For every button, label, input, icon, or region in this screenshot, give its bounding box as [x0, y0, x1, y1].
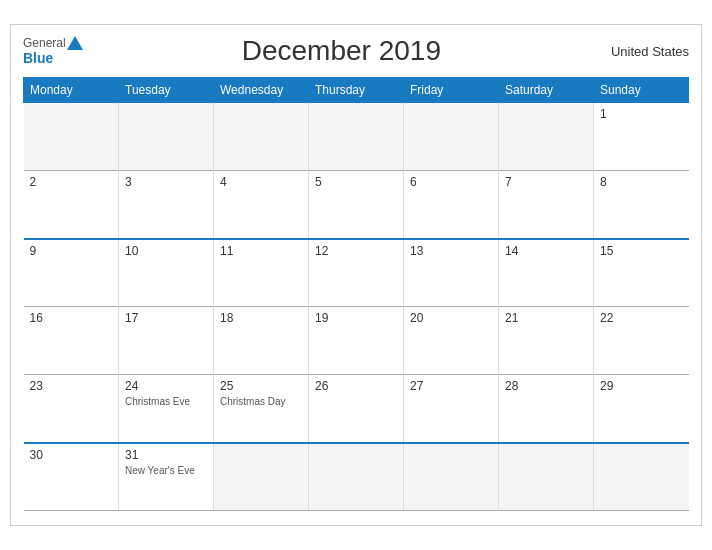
- table-row: 31New Year's Eve: [119, 443, 214, 511]
- day-number: 30: [30, 448, 113, 462]
- table-row: 15: [594, 239, 689, 307]
- table-row: 16: [24, 307, 119, 375]
- table-row: 27: [404, 375, 499, 443]
- day-number: 9: [30, 244, 113, 258]
- day-number: 21: [505, 311, 587, 325]
- calendar-table: Monday Tuesday Wednesday Thursday Friday…: [23, 77, 689, 511]
- day-number: 1: [600, 107, 683, 121]
- table-row: 26: [309, 375, 404, 443]
- table-row: 29: [594, 375, 689, 443]
- day-number: 23: [30, 379, 113, 393]
- day-number: 2: [30, 175, 113, 189]
- day-number: 17: [125, 311, 207, 325]
- table-row: 12: [309, 239, 404, 307]
- day-number: 4: [220, 175, 302, 189]
- table-row: [214, 103, 309, 171]
- day-event: Christmas Eve: [125, 395, 207, 408]
- table-row: 9: [24, 239, 119, 307]
- day-number: 22: [600, 311, 683, 325]
- day-number: 31: [125, 448, 207, 462]
- table-row: 5: [309, 171, 404, 239]
- day-number: 20: [410, 311, 492, 325]
- table-row: [404, 443, 499, 511]
- day-number: 26: [315, 379, 397, 393]
- table-row: [499, 443, 594, 511]
- table-row: 11: [214, 239, 309, 307]
- calendar-header: General Blue December 2019 United States: [23, 35, 689, 67]
- col-sunday: Sunday: [594, 78, 689, 103]
- table-row: [214, 443, 309, 511]
- calendar-week-row: 1: [24, 103, 689, 171]
- col-saturday: Saturday: [499, 78, 594, 103]
- col-friday: Friday: [404, 78, 499, 103]
- table-row: [594, 443, 689, 511]
- day-number: 8: [600, 175, 683, 189]
- table-row: [309, 103, 404, 171]
- day-number: 16: [30, 311, 113, 325]
- day-number: 6: [410, 175, 492, 189]
- table-row: [119, 103, 214, 171]
- day-number: 19: [315, 311, 397, 325]
- day-number: 28: [505, 379, 587, 393]
- day-number: 14: [505, 244, 587, 258]
- table-row: 21: [499, 307, 594, 375]
- table-row: [404, 103, 499, 171]
- table-row: 19: [309, 307, 404, 375]
- weekday-header-row: Monday Tuesday Wednesday Thursday Friday…: [24, 78, 689, 103]
- day-number: 25: [220, 379, 302, 393]
- calendar: General Blue December 2019 United States…: [10, 24, 702, 526]
- logo: General Blue: [23, 36, 84, 66]
- calendar-title: December 2019: [84, 35, 599, 67]
- table-row: 25Christmas Day: [214, 375, 309, 443]
- day-number: 5: [315, 175, 397, 189]
- day-number: 27: [410, 379, 492, 393]
- day-number: 7: [505, 175, 587, 189]
- table-row: 13: [404, 239, 499, 307]
- col-tuesday: Tuesday: [119, 78, 214, 103]
- calendar-week-row: 3031New Year's Eve: [24, 443, 689, 511]
- table-row: 30: [24, 443, 119, 511]
- table-row: 7: [499, 171, 594, 239]
- table-row: 10: [119, 239, 214, 307]
- table-row: 28: [499, 375, 594, 443]
- table-row: 8: [594, 171, 689, 239]
- table-row: 6: [404, 171, 499, 239]
- day-number: 18: [220, 311, 302, 325]
- table-row: 24Christmas Eve: [119, 375, 214, 443]
- logo-triangle-icon: [67, 36, 83, 50]
- day-event: Christmas Day: [220, 395, 302, 408]
- table-row: [499, 103, 594, 171]
- table-row: 22: [594, 307, 689, 375]
- table-row: 1: [594, 103, 689, 171]
- day-number: 10: [125, 244, 207, 258]
- table-row: [309, 443, 404, 511]
- table-row: 4: [214, 171, 309, 239]
- day-number: 15: [600, 244, 683, 258]
- table-row: 14: [499, 239, 594, 307]
- col-wednesday: Wednesday: [214, 78, 309, 103]
- table-row: 20: [404, 307, 499, 375]
- day-number: 29: [600, 379, 683, 393]
- table-row: 2: [24, 171, 119, 239]
- day-number: 13: [410, 244, 492, 258]
- table-row: 23: [24, 375, 119, 443]
- day-number: 12: [315, 244, 397, 258]
- calendar-week-row: 2324Christmas Eve25Christmas Day26272829: [24, 375, 689, 443]
- calendar-week-row: 16171819202122: [24, 307, 689, 375]
- calendar-week-row: 9101112131415: [24, 239, 689, 307]
- table-row: 18: [214, 307, 309, 375]
- day-number: 3: [125, 175, 207, 189]
- day-number: 11: [220, 244, 302, 258]
- table-row: 3: [119, 171, 214, 239]
- table-row: 17: [119, 307, 214, 375]
- logo-general-text: General: [23, 37, 66, 49]
- col-thursday: Thursday: [309, 78, 404, 103]
- calendar-week-row: 2345678: [24, 171, 689, 239]
- calendar-country: United States: [599, 44, 689, 59]
- col-monday: Monday: [24, 78, 119, 103]
- table-row: [24, 103, 119, 171]
- logo-blue-text: Blue: [23, 50, 53, 66]
- day-number: 24: [125, 379, 207, 393]
- day-event: New Year's Eve: [125, 464, 207, 477]
